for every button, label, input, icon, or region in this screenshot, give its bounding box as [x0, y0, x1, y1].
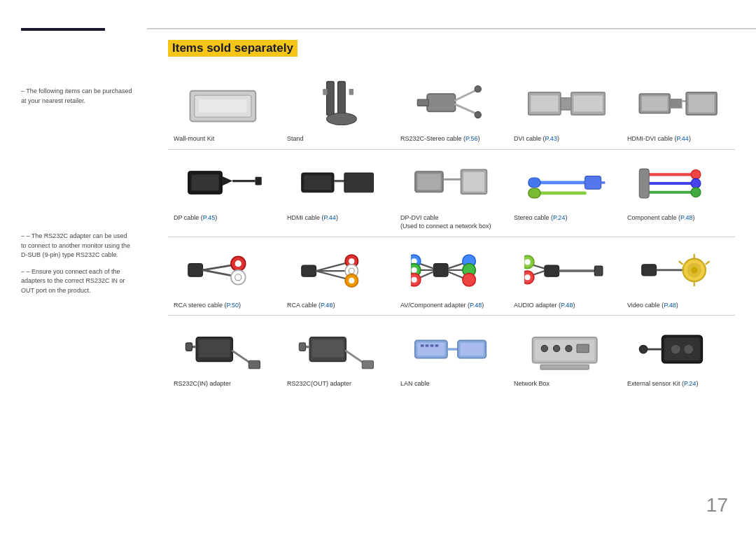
- item-rs232c-out: RS232C(OUT) adapter: [281, 316, 395, 394]
- rca-cable-image: [287, 244, 389, 297]
- svg-point-66: [349, 258, 355, 264]
- av-component-label: AV/Component adapter (P.48): [400, 301, 484, 310]
- rca-stereo-label: RCA stereo cable (P.50): [174, 301, 241, 310]
- item-rs232c-in: RS232C(IN) adapter: [168, 316, 281, 394]
- svg-rect-20: [574, 95, 603, 111]
- svg-point-86: [463, 273, 475, 286]
- rca-stereo-image: [174, 244, 276, 297]
- hdmi-cable-image: [287, 157, 389, 209]
- lan-cable-label: LAN cable: [400, 379, 430, 388]
- wall-mount-kit-image: [174, 78, 276, 130]
- svg-rect-61: [302, 265, 316, 276]
- svg-point-93: [525, 274, 531, 280]
- svg-point-130: [566, 346, 572, 352]
- dp-cable-label: DP cable (P.45): [174, 213, 217, 223]
- component-cable-label: Component cable (P.48): [627, 213, 694, 223]
- item-rca-stereo: RCA stereo cable (P.50): [168, 237, 281, 316]
- svg-rect-112: [312, 340, 344, 358]
- item-rca-cable: RCA cable (P.48): [281, 237, 395, 316]
- svg-point-48: [691, 169, 701, 179]
- svg-rect-33: [304, 175, 332, 190]
- svg-rect-121: [430, 345, 434, 347]
- hdmi-dvi-label: HDMI-DVI cable (P.44): [627, 134, 691, 143]
- lan-cable-image: [400, 323, 503, 375]
- svg-rect-26: [689, 94, 715, 112]
- svg-point-58: [235, 260, 241, 267]
- svg-rect-37: [418, 174, 441, 190]
- svg-rect-54: [188, 263, 203, 276]
- dp-cable-image: [174, 157, 276, 209]
- svg-rect-42: [528, 178, 540, 188]
- svg-rect-122: [435, 345, 439, 347]
- svg-point-60: [235, 274, 241, 280]
- stereo-cable-image: [514, 157, 616, 209]
- item-dvi-cable: DVI cable (P.43): [508, 71, 622, 150]
- svg-point-100: [691, 267, 697, 273]
- stand-label: Stand: [287, 134, 304, 143]
- stand-image: [287, 78, 389, 130]
- svg-point-5: [327, 113, 357, 125]
- rs232c-out-image: [287, 323, 389, 375]
- item-lan-cable: LAN cable: [395, 316, 508, 394]
- page-number: 17: [706, 494, 728, 517]
- svg-line-11: [456, 104, 477, 114]
- svg-rect-46: [528, 188, 540, 198]
- svg-rect-131: [577, 345, 589, 353]
- audio-adapter-label: AUDIO adapter (P.48): [514, 301, 575, 310]
- svg-point-12: [475, 86, 481, 92]
- external-sensor-label: External sensor Kit (P.24): [627, 379, 698, 388]
- rs232c-out-label: RS232C(OUT) adapter: [287, 379, 351, 388]
- svg-point-80: [412, 277, 417, 283]
- svg-point-129: [554, 346, 560, 352]
- svg-rect-28: [192, 174, 219, 190]
- item-audio-adapter: AUDIO adapter (P.48): [508, 237, 622, 316]
- item-hdmi-dvi: HDMI-DVI cable (P.44): [622, 71, 735, 150]
- svg-rect-108: [186, 343, 192, 351]
- svg-rect-40: [463, 172, 484, 192]
- svg-rect-110: [249, 361, 260, 370]
- svg-point-13: [475, 111, 481, 118]
- svg-line-10: [456, 90, 477, 100]
- svg-line-104: [706, 261, 710, 265]
- rca-cable-label: RCA cable (P.48): [287, 301, 335, 310]
- item-hdmi-cable: HDMI cable (P.44): [281, 150, 395, 237]
- rs232c-in-label: RS232C(IN) adapter: [174, 379, 231, 388]
- hdmi-cable-label: HDMI cable (P.44): [287, 213, 338, 223]
- svg-rect-9: [418, 99, 429, 106]
- item-component-cable: Component cable (P.48): [622, 150, 735, 237]
- svg-point-128: [542, 346, 548, 352]
- svg-rect-53: [640, 169, 650, 198]
- svg-rect-6: [323, 89, 328, 95]
- svg-rect-125: [461, 343, 484, 356]
- network-box-image: [514, 323, 616, 375]
- rs232c-stereo-label: RS232C-Stereo cable (P.56): [400, 134, 479, 143]
- svg-rect-87: [545, 265, 559, 276]
- audio-adapter-image: [514, 244, 616, 297]
- svg-rect-71: [434, 263, 449, 276]
- svg-point-138: [640, 346, 648, 354]
- item-wall-mount-kit: Wall-mount Kit: [168, 71, 281, 150]
- item-stereo-cable: Stereo cable (P.24): [508, 150, 622, 237]
- main-content: Items sold separately Wall-mount Kit: [147, 28, 756, 534]
- svg-line-109: [233, 351, 251, 363]
- svg-rect-96: [642, 265, 657, 276]
- svg-rect-23: [670, 99, 682, 108]
- svg-rect-114: [300, 343, 306, 351]
- stereo-cable-label: Stereo cable (P.24): [514, 213, 567, 223]
- svg-rect-43: [585, 176, 601, 188]
- wall-mount-kit-label: Wall-mount Kit: [174, 134, 214, 143]
- items-grid: Wall-mount Kit Stand: [168, 71, 735, 394]
- svg-rect-116: [363, 361, 374, 370]
- video-cable-image: [627, 244, 729, 297]
- svg-point-50: [691, 178, 701, 188]
- svg-rect-35: [344, 173, 374, 192]
- hdmi-dvi-image: [627, 78, 729, 130]
- item-rs232c-stereo: RS232C-Stereo cable (P.56): [395, 71, 508, 150]
- item-dp-cable: DP cable (P.45): [168, 150, 281, 237]
- svg-point-78: [412, 267, 417, 273]
- dp-dvi-image: [400, 157, 503, 209]
- svg-rect-134: [664, 338, 700, 360]
- sidebar-bar: [21, 28, 105, 31]
- svg-rect-2: [199, 99, 247, 113]
- svg-rect-119: [421, 345, 424, 347]
